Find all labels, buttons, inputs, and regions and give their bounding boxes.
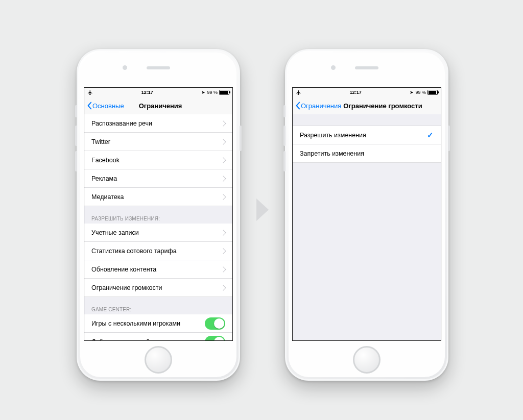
settings-content[interactable]: Разрешить изменения ✓ Запретить изменени… <box>293 114 441 340</box>
nav-title: Ограничения <box>139 102 182 110</box>
chevron-right-icon <box>220 194 226 200</box>
screen-restrictions: 12:17 ➤ 99 % Основные Ограничения Распоз… <box>84 87 233 341</box>
row-label: Ограничение громкости <box>91 284 162 291</box>
status-time: 12:17 <box>141 90 153 95</box>
group-header-allow-changes: РАЗРЕШИТЬ ИЗМЕНЕНИЯ: <box>84 206 232 224</box>
row-label: Запретить изменения <box>300 150 364 157</box>
row-speech-recognition[interactable]: Распознавание речи <box>84 114 232 133</box>
toggle-switch[interactable] <box>205 317 225 330</box>
screen-volume-limit: 12:17 ➤ 99 % Ограничения Ограничение гро… <box>292 87 441 341</box>
chevron-right-icon <box>220 139 226 144</box>
chevron-right-icon <box>220 120 226 126</box>
row-label: Статистика сотового тарифа <box>91 248 177 255</box>
row-label: Распознавание речи <box>91 120 152 127</box>
row-accounts[interactable]: Учетные записи <box>84 224 232 242</box>
row-label: Медиатека <box>91 193 124 201</box>
row-label: Twitter <box>91 138 110 145</box>
row-label: Учетные записи <box>91 229 139 236</box>
chevron-left-icon <box>295 102 301 110</box>
nav-bar: Основные Ограничения <box>84 97 232 115</box>
nav-title: Ограничение громкости <box>343 102 422 110</box>
row-facebook[interactable]: Facebook <box>84 151 232 169</box>
transition-arrow-icon <box>253 196 272 225</box>
row-label: Обновление контента <box>91 266 156 273</box>
status-bar: 12:17 ➤ 99 % <box>293 88 441 97</box>
row-label: Разрешить изменения <box>300 132 366 139</box>
nav-bar: Ограничения Ограничение громкости <box>293 97 441 115</box>
row-adding-friends[interactable]: Добавление друзей <box>84 333 232 340</box>
row-background-refresh[interactable]: Обновление контента <box>84 260 232 279</box>
chevron-right-icon <box>220 285 226 290</box>
row-label: Facebook <box>91 157 120 164</box>
row-twitter[interactable]: Twitter <box>84 133 232 151</box>
row-label: Реклама <box>91 175 117 182</box>
row-media-library[interactable]: Медиатека <box>84 188 232 206</box>
chevron-right-icon <box>220 248 226 254</box>
status-time: 12:17 <box>350 90 362 95</box>
battery-icon <box>219 90 229 95</box>
back-label: Ограничения <box>301 102 341 110</box>
location-icon: ➤ <box>201 90 205 95</box>
home-button[interactable] <box>353 346 381 374</box>
chevron-right-icon <box>220 176 226 181</box>
back-button[interactable]: Основные <box>84 102 124 110</box>
home-button[interactable] <box>145 346 172 374</box>
row-multiplayer-games[interactable]: Игры с несколькими игроками <box>84 314 232 333</box>
battery-icon <box>427 90 438 95</box>
back-button[interactable]: Ограничения <box>293 102 341 110</box>
row-disallow-changes[interactable]: Запретить изменения <box>293 144 441 163</box>
row-label: Игры с несколькими игроками <box>91 320 180 327</box>
location-icon: ➤ <box>410 90 414 95</box>
row-cellular-data[interactable]: Статистика сотового тарифа <box>84 242 232 260</box>
status-bar: 12:17 ➤ 99 % <box>84 88 232 97</box>
chevron-right-icon <box>220 157 226 163</box>
battery-percent: 99 % <box>415 90 426 95</box>
back-label: Основные <box>92 102 124 110</box>
battery-percent: 99 % <box>207 90 218 95</box>
check-icon: ✓ <box>427 131 434 140</box>
settings-content[interactable]: Распознавание речи Twitter Facebook Рекл… <box>84 114 232 340</box>
chevron-left-icon <box>86 102 92 110</box>
toggle-switch[interactable] <box>205 336 225 341</box>
chevron-right-icon <box>220 266 226 272</box>
airplane-mode-icon <box>87 90 93 95</box>
airplane-mode-icon <box>296 90 301 95</box>
row-allow-changes[interactable]: Разрешить изменения ✓ <box>293 126 441 144</box>
row-volume-limit[interactable]: Ограничение громкости <box>84 279 232 297</box>
group-header-game-center: GAME CENTER: <box>84 297 232 314</box>
row-label: Добавление друзей <box>91 338 150 341</box>
row-advertising[interactable]: Реклама <box>84 169 232 188</box>
chevron-right-icon <box>220 230 226 235</box>
